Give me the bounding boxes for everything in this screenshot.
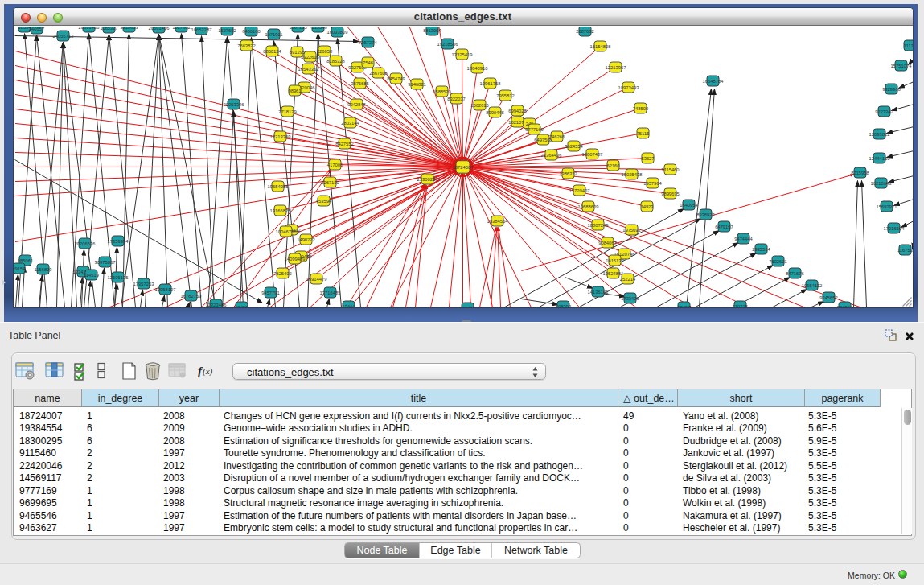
svg-text:5322605: 5322605 [301,54,319,59]
svg-text:1975692: 1975692 [622,227,641,232]
svg-text:9242848: 9242848 [347,101,366,106]
svg-text:92456: 92456 [235,304,248,307]
svg-text:8322037: 8322037 [447,96,466,101]
svg-text:15720407: 15720407 [569,187,589,192]
svg-text:(x): (x) [203,366,213,377]
svg-text:8471676: 8471676 [786,270,804,275]
svg-text:14136141: 14136141 [587,289,608,294]
svg-text:9329966: 9329966 [882,86,901,91]
svg-text:3624554: 3624554 [565,143,583,148]
svg-text:16154808: 16154808 [589,43,610,48]
svg-text:18724007: 18724007 [452,164,473,169]
svg-text:21364436: 21364436 [540,152,561,157]
svg-text:10046788: 10046788 [275,229,296,233]
svg-text:14099489: 14099489 [284,256,305,261]
svg-text:9245652: 9245652 [819,295,838,299]
svg-text:10958107: 10958107 [154,286,175,291]
svg-text:12213967: 12213967 [605,64,626,69]
svg-text:1498222: 1498222 [297,237,315,241]
svg-text:98961: 98961 [288,88,301,93]
svg-text:19524861: 19524861 [602,270,623,275]
svg-text:9899695: 9899695 [661,191,680,196]
svg-text:7357274: 7357274 [359,39,377,44]
svg-text:1640954: 1640954 [680,202,698,207]
svg-text:7955812: 7955812 [496,93,515,97]
svg-text:8860124: 8860124 [263,48,281,53]
svg-text:17957253: 17957253 [133,281,154,286]
svg-text:9115460: 9115460 [661,167,679,171]
svg-text:226058: 226058 [316,48,331,53]
svg-text:1588520: 1588520 [433,89,451,93]
svg-text:8990448: 8990448 [486,109,504,114]
svg-text:16782759: 16782759 [180,293,201,298]
svg-text:75115: 75115 [636,130,649,135]
svg-text:9146821: 9146821 [408,81,426,86]
svg-text:6479197: 6479197 [715,224,733,229]
svg-text:240557: 240557 [28,27,43,31]
svg-text:13325419: 13325419 [451,51,472,56]
svg-text:8454749: 8454749 [387,76,405,80]
svg-text:10025438: 10025438 [621,171,642,176]
svg-text:20691406: 20691406 [78,27,99,30]
svg-text:9777169: 9777169 [525,126,544,131]
svg-text:19166825: 19166825 [269,208,290,212]
svg-text:1067135: 1067135 [289,27,307,30]
svg-text:23300293: 23300293 [417,176,437,181]
svg-text:3267130: 3267130 [321,179,339,184]
svg-text:19218506: 19218506 [437,41,458,46]
svg-text:748500: 748500 [632,105,647,110]
svg-text:10654112: 10654112 [801,282,821,287]
svg-text:185061: 185061 [17,257,32,262]
svg-text:10653287: 10653287 [191,27,211,31]
svg-text:14923: 14923 [640,204,653,208]
svg-text:1071911: 1071911 [265,31,282,36]
svg-text:114519: 114519 [84,272,99,277]
svg-text:12323446: 12323446 [205,302,226,307]
svg-text:924504: 924504 [836,304,852,307]
svg-text:9084067: 9084067 [598,240,617,245]
svg-text:108392: 108392 [555,303,570,307]
svg-text:1065327: 1065327 [100,27,118,31]
svg-text:7625402: 7625402 [273,270,292,275]
svg-text:19654985: 19654985 [267,183,288,188]
svg-text:19384554: 19384554 [487,218,508,223]
svg-text:8813054: 8813054 [423,27,441,32]
svg-text:8938923: 8938923 [696,212,715,216]
svg-text:1527602: 1527602 [172,27,191,30]
svg-text:453594: 453594 [315,198,331,203]
svg-text:18807249: 18807249 [587,222,608,227]
svg-text:2935514: 2935514 [752,246,770,251]
svg-text:16210643: 16210643 [870,180,891,185]
svg-text:15692971: 15692971 [876,204,897,208]
svg-text:7386322: 7386322 [559,171,577,175]
svg-text:6994028: 6994028 [508,108,527,113]
svg-text:10807487: 10807487 [581,151,602,156]
svg-text:17016504: 17016504 [883,225,905,230]
svg-text:7663822: 7663822 [237,43,256,47]
svg-text:8215958: 8215958 [851,170,869,175]
svg-text:2803144: 2803144 [341,120,359,125]
svg-text:7632621: 7632621 [769,258,787,263]
svg-text:9310653: 9310653 [120,27,138,30]
svg-text:20053346: 20053346 [223,101,244,106]
svg-text:1733426: 1733426 [621,295,639,300]
svg-text:16648784: 16648784 [702,78,724,83]
svg-text:6466160: 6466160 [242,28,261,33]
svg-text:24055712: 24055712 [52,33,73,38]
svg-text:20206536: 20206536 [74,241,95,245]
svg-text:18640910: 18640910 [466,65,487,70]
svg-text:9474444: 9474444 [734,236,753,241]
svg-text:10973493: 10973493 [618,84,639,89]
svg-text:20691406: 20691406 [148,27,169,31]
svg-text:2867608: 2867608 [369,70,388,75]
svg-text:12213369: 12213369 [269,134,290,138]
svg-text:116753: 116753 [897,247,913,252]
svg-text:15751074: 15751074 [890,63,912,68]
svg-text:985779: 985779 [459,305,474,307]
svg-text:1527602: 1527602 [218,27,236,32]
svg-text:2687682: 2687682 [576,28,594,33]
svg-text:7546: 7546 [363,60,373,64]
svg-text:3875685: 3875685 [351,80,369,85]
svg-text:16033809: 16033809 [326,29,347,34]
svg-text:17359934: 17359934 [107,238,129,243]
